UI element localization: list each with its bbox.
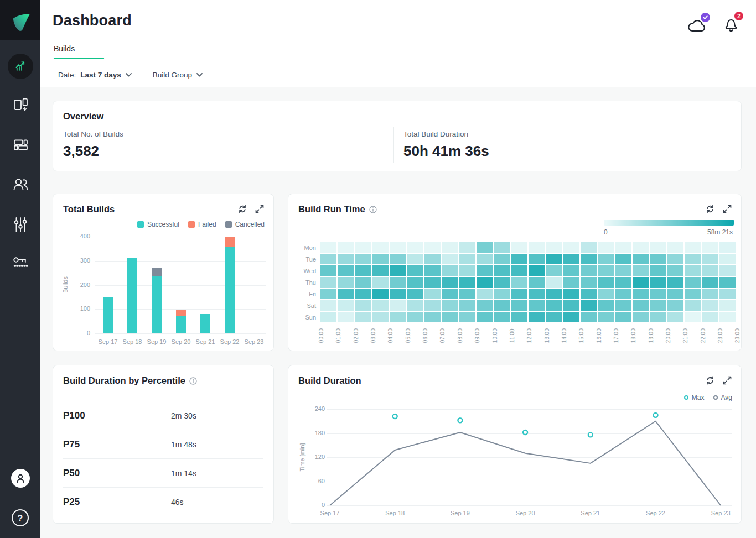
heatmap-cell bbox=[615, 277, 631, 288]
sidebar-item-members[interactable] bbox=[0, 176, 40, 192]
heatmap-cell bbox=[615, 254, 631, 264]
heatmap-cell bbox=[477, 265, 493, 276]
hour-label: 03:00 bbox=[370, 326, 377, 346]
heatmap-cell bbox=[424, 254, 441, 264]
heatmap-cell bbox=[546, 312, 562, 322]
overview-card: Overview Total No. of Builds 3,582 Total… bbox=[53, 101, 742, 171]
heatmap-cell bbox=[320, 289, 336, 299]
hour-label: 13:00 bbox=[544, 326, 551, 346]
heatmap-cell bbox=[338, 254, 354, 264]
heatmap-cell bbox=[615, 265, 631, 276]
heatmap-cell bbox=[581, 289, 597, 299]
sidebar-item-insights[interactable] bbox=[0, 54, 40, 79]
heatmap-cell bbox=[563, 277, 579, 288]
heatmap-cell bbox=[459, 277, 475, 288]
heatmap-cell bbox=[390, 265, 406, 276]
heatmap-cell bbox=[355, 242, 371, 253]
heatmap-cell bbox=[372, 265, 389, 276]
notifications-button[interactable]: 2 bbox=[724, 12, 742, 32]
heatmap-cell bbox=[529, 265, 545, 276]
heatmap-cell bbox=[685, 254, 701, 264]
heatmap-cell bbox=[511, 300, 527, 311]
hour-label: 01:00 bbox=[335, 326, 342, 346]
build-duration-line-chart bbox=[288, 365, 742, 524]
sidebar-item-logo[interactable] bbox=[0, 0, 40, 40]
heatmap-cell bbox=[372, 277, 389, 288]
gridline bbox=[95, 237, 266, 237]
heatmap-cell bbox=[355, 254, 371, 264]
y-tick-label: 400 bbox=[68, 233, 90, 239]
heatmap-cell bbox=[320, 265, 336, 276]
heatmap-cell bbox=[355, 300, 371, 311]
cloud-status-button[interactable] bbox=[687, 13, 710, 33]
y-tick-label: 0 bbox=[68, 330, 90, 336]
tab-builds[interactable]: Builds bbox=[54, 44, 75, 53]
build-duration-card: Build Duration Max Avg bbox=[288, 365, 742, 524]
heatmap-cell bbox=[667, 265, 683, 276]
heatmap-cell bbox=[390, 312, 406, 322]
table-row: P75 1m 48s bbox=[63, 430, 263, 459]
heatmap-cell bbox=[615, 289, 631, 299]
day-label: Sat bbox=[292, 302, 316, 309]
heatmap-cell bbox=[459, 254, 475, 264]
hour-label: 17:00 bbox=[613, 326, 620, 346]
heatmap-cell bbox=[442, 277, 458, 288]
bar-segment-successful bbox=[200, 314, 210, 333]
heatmap-cell bbox=[615, 242, 631, 253]
y-tick-label: 200 bbox=[68, 281, 90, 288]
percentile-label: P25 bbox=[63, 497, 171, 508]
heatmap-cell bbox=[702, 242, 718, 253]
build-group-filter[interactable]: Build Group bbox=[153, 71, 203, 79]
sidebar-item-credentials[interactable] bbox=[0, 255, 40, 271]
info-icon[interactable] bbox=[189, 377, 197, 385]
heatmap-cell bbox=[529, 300, 545, 311]
heatmap-cell bbox=[667, 312, 683, 322]
heatmap-cell bbox=[320, 254, 336, 264]
heatmap-cell bbox=[546, 289, 562, 299]
gridline bbox=[95, 333, 266, 334]
filter-bar: Date: Last 7 days Build Group bbox=[58, 67, 203, 82]
heatmap-cell bbox=[477, 300, 493, 311]
heatmap-cell bbox=[424, 242, 441, 253]
help-icon: ? bbox=[11, 509, 29, 527]
heatmap-cell bbox=[719, 254, 736, 264]
heatmap-cell bbox=[407, 265, 423, 276]
heatmap-cell bbox=[598, 242, 614, 253]
heatmap-cell bbox=[650, 242, 666, 253]
hour-label: 00:00 bbox=[318, 326, 325, 346]
sidebar-item-apps[interactable] bbox=[0, 97, 40, 113]
heatmap-cell bbox=[702, 277, 718, 288]
heatmap-cell bbox=[511, 265, 527, 276]
heatmap-cell bbox=[650, 277, 666, 288]
heatmap-cell bbox=[667, 289, 683, 299]
metric-total-duration: Total Build Duration 50h 41m 36s bbox=[403, 130, 489, 160]
sidebar-item-help[interactable]: ? bbox=[0, 509, 40, 527]
day-label: Sun bbox=[292, 314, 316, 321]
sidebar-item-settings[interactable] bbox=[0, 216, 40, 232]
overview-title: Overview bbox=[63, 111, 103, 122]
apps-icon bbox=[12, 97, 29, 113]
sidebar-item-builds-grid[interactable] bbox=[0, 137, 40, 153]
sidebar-item-avatar[interactable] bbox=[0, 469, 40, 488]
build-group-label: Build Group bbox=[153, 71, 192, 79]
heatmap-cell bbox=[424, 300, 441, 311]
page-title: Dashboard bbox=[53, 12, 132, 29]
heatmap-cell bbox=[598, 277, 614, 288]
heatmap-cell bbox=[355, 265, 371, 276]
heatmap-cell bbox=[633, 242, 649, 253]
date-filter[interactable]: Date: Last 7 days bbox=[58, 71, 132, 79]
heatmap-cell bbox=[667, 277, 683, 288]
heatmap-cell bbox=[719, 300, 736, 311]
heatmap-cell bbox=[719, 277, 736, 288]
heatmap-cell bbox=[424, 289, 441, 299]
heatmap-cell bbox=[650, 289, 666, 299]
heatmap-cell bbox=[529, 242, 545, 253]
day-label: Wed bbox=[292, 268, 316, 274]
x-tick-label: Sep 23 bbox=[240, 338, 268, 345]
hour-label: 23:00 bbox=[717, 326, 724, 346]
heatmap-cell bbox=[407, 242, 423, 253]
gridline bbox=[95, 261, 266, 262]
bar-segment-successful bbox=[225, 247, 235, 334]
percentile-table: P100 2m 30s P75 1m 48s P50 1m 14s P25 46… bbox=[63, 401, 263, 516]
tab-hairline bbox=[54, 59, 743, 59]
